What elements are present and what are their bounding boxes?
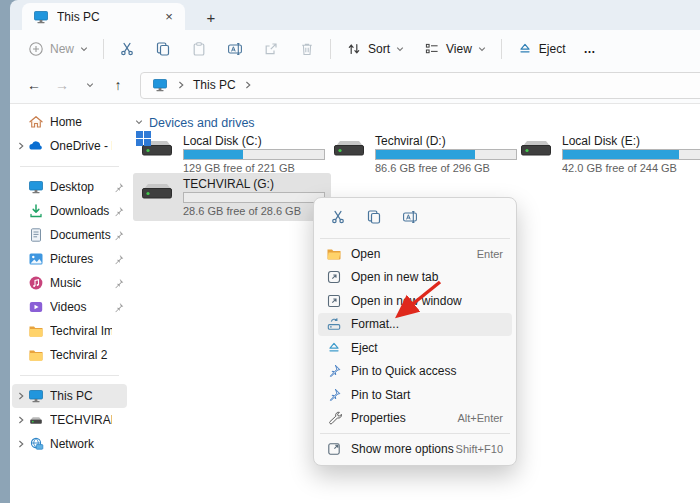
cut-button[interactable] xyxy=(109,34,145,64)
drive-free-space: 28.6 GB free of 28.6 GB xyxy=(183,205,325,217)
menu-item-open[interactable]: OpenEnter xyxy=(318,242,512,266)
navigation-pane: HomeOneDrive - PersonaDesktopDownloadsDo… xyxy=(10,104,129,503)
show-more-options-icon xyxy=(325,441,342,457)
menu-item-open-in-new-tab[interactable]: Open in new tab xyxy=(318,266,512,290)
delete-button[interactable] xyxy=(289,34,325,64)
sidebar-item-label: Techviral Images xyxy=(50,324,112,338)
capacity-bar-fill xyxy=(376,150,475,159)
sidebar-divider xyxy=(20,166,119,167)
pin-quick-access-icon xyxy=(325,363,342,379)
sort-button[interactable]: Sort xyxy=(336,34,414,64)
sidebar-item-label: Documents xyxy=(50,228,112,242)
forward-button[interactable]: → xyxy=(48,71,76,99)
toolbar-divider xyxy=(501,39,502,59)
sidebar-item-documents[interactable]: Documents xyxy=(12,223,127,247)
chevron-right-icon[interactable] xyxy=(14,415,27,425)
view-button[interactable]: View xyxy=(414,34,496,64)
pin-icon xyxy=(112,253,125,266)
folder-icon xyxy=(27,323,44,339)
chevron-right-icon[interactable] xyxy=(14,391,27,401)
copy-button[interactable] xyxy=(364,209,384,229)
sidebar-item-music[interactable]: Music xyxy=(12,271,127,295)
cut-icon xyxy=(330,209,346,229)
up-button[interactable]: ↑ xyxy=(104,71,132,99)
hard-drive-icon xyxy=(139,134,177,164)
command-bar: New Sort View Eje xyxy=(10,30,700,67)
pin-icon xyxy=(112,205,125,218)
new-tab-button[interactable]: + xyxy=(201,9,221,26)
group-header-devices-and-drives[interactable]: Devices and drives xyxy=(134,116,255,130)
capacity-bar xyxy=(562,149,700,160)
drive-tile-techviral-g[interactable]: TECHVIRAL (G:)28.6 GB free of 28.6 GB xyxy=(133,173,331,221)
tab-this-pc[interactable]: This PC × xyxy=(22,3,185,30)
sidebar-item-desktop[interactable]: Desktop xyxy=(12,175,127,199)
drive-tile-local-disk-e[interactable]: Local Disk (E:)42.0 GB free of 244 GB xyxy=(512,130,700,178)
address-bar: ← → ↑ This PC xyxy=(10,67,700,104)
sidebar-item-label: Pictures xyxy=(50,252,112,266)
toolbar-divider xyxy=(330,39,331,59)
menu-item-show-more-options[interactable]: Show more optionsShift+F10 xyxy=(318,437,512,461)
rename-button[interactable] xyxy=(217,34,253,64)
capacity-bar xyxy=(183,149,325,160)
sidebar-item-home[interactable]: Home xyxy=(12,110,127,134)
breadcrumb-location[interactable]: This PC xyxy=(193,78,236,92)
sidebar-item-network[interactable]: Network xyxy=(12,432,127,456)
back-button[interactable]: ← xyxy=(20,71,48,99)
close-tab-icon[interactable]: × xyxy=(161,9,177,25)
eject-icon xyxy=(325,340,342,356)
drive-tile-local-disk-c[interactable]: Local Disk (C:)129 GB free of 221 GB xyxy=(133,130,331,178)
sidebar-item-downloads[interactable]: Downloads xyxy=(12,199,127,223)
drive-name: Local Disk (E:) xyxy=(562,134,700,148)
menu-item-eject[interactable]: Eject xyxy=(318,336,512,360)
share-button[interactable] xyxy=(253,34,289,64)
this-pc-icon xyxy=(27,388,44,404)
sidebar-item-techviral-g[interactable]: TECHVIRAL (G:) xyxy=(12,408,127,432)
menu-item-label: Show more options xyxy=(351,442,454,456)
sidebar-item-label: Music xyxy=(50,276,112,290)
folder-open-icon xyxy=(325,246,342,262)
see-more-button[interactable]: … xyxy=(575,34,605,64)
chevron-right-icon[interactable] xyxy=(14,439,27,449)
paste-button[interactable] xyxy=(181,34,217,64)
menu-separator xyxy=(320,238,510,239)
breadcrumb[interactable]: This PC xyxy=(140,72,700,99)
new-button[interactable]: New xyxy=(18,34,98,64)
cut-button[interactable] xyxy=(328,209,348,229)
recent-locations-button[interactable] xyxy=(76,71,104,99)
sidebar-item-techviral-images[interactable]: Techviral Images xyxy=(12,319,127,343)
capacity-bar xyxy=(183,192,325,203)
menu-item-format[interactable]: Format... xyxy=(318,313,512,337)
cut-icon xyxy=(118,40,136,58)
drive-small-icon xyxy=(27,412,44,428)
chevron-down-icon xyxy=(85,77,95,93)
menu-item-open-in-new-window[interactable]: Open in new window xyxy=(318,289,512,313)
copy-button[interactable] xyxy=(145,34,181,64)
menu-item-label: Format... xyxy=(351,317,399,331)
menu-item-label: Open xyxy=(351,247,380,261)
screenshot-root: This PC × + New Sort xyxy=(0,0,700,503)
pin-icon xyxy=(112,301,125,314)
menu-item-label: Open in new tab xyxy=(351,270,438,284)
sidebar-item-onedrive-persona[interactable]: OneDrive - Persona xyxy=(12,134,127,158)
menu-separator xyxy=(320,433,510,434)
sidebar-item-videos[interactable]: Videos xyxy=(12,295,127,319)
pictures-icon xyxy=(27,251,44,267)
menu-item-properties[interactable]: PropertiesAlt+Enter xyxy=(318,407,512,431)
rename-button[interactable] xyxy=(400,209,420,229)
rename-icon xyxy=(226,40,244,58)
chevron-right-icon[interactable] xyxy=(14,141,27,151)
desktop-icon xyxy=(27,179,44,195)
menu-item-pin-to-quick-access[interactable]: Pin to Quick access xyxy=(318,360,512,384)
sidebar-item-this-pc[interactable]: This PC xyxy=(12,384,127,408)
drive-name: TECHVIRAL (G:) xyxy=(183,177,325,191)
drive-tile-techviral-d[interactable]: Techviral (D:)86.6 GB free of 296 GB xyxy=(325,130,523,178)
onedrive-icon xyxy=(27,138,44,154)
view-icon xyxy=(423,40,441,58)
sidebar-item-pictures[interactable]: Pictures xyxy=(12,247,127,271)
menu-item-label: Open in new window xyxy=(351,294,462,308)
sidebar-item-techviral-2[interactable]: Techviral 2 xyxy=(12,343,127,367)
drive-free-space: 86.6 GB free of 296 GB xyxy=(375,162,517,174)
chevron-down-icon xyxy=(477,44,487,54)
eject-button[interactable]: Eject xyxy=(507,34,575,64)
menu-item-pin-to-start[interactable]: Pin to Start xyxy=(318,383,512,407)
